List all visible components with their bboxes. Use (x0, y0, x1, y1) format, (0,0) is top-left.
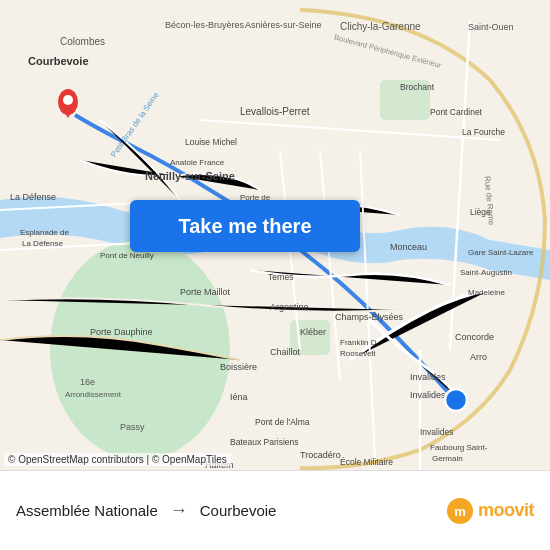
svg-text:Invalides: Invalides (410, 372, 446, 382)
map-container: Colombes Bécon-les-Bruyères Asnières-sur… (0, 0, 550, 470)
svg-text:Invalides: Invalides (420, 427, 454, 437)
svg-text:Neuilly-sur-Seine: Neuilly-sur-Seine (145, 170, 235, 182)
svg-text:m: m (454, 504, 466, 519)
svg-text:École Militaire: École Militaire (340, 457, 393, 467)
svg-text:Saint-Augustin: Saint-Augustin (460, 268, 512, 277)
svg-text:Levallois-Perret: Levallois-Perret (240, 106, 310, 117)
svg-point-64 (445, 389, 467, 411)
svg-text:La Défense: La Défense (10, 192, 56, 202)
svg-text:Pont Cardinet: Pont Cardinet (430, 107, 483, 117)
svg-text:Ternes: Ternes (268, 272, 294, 282)
origin-label: Assemblée Nationale (16, 502, 158, 519)
svg-text:16e: 16e (80, 377, 95, 387)
svg-text:Champs-Élysées: Champs-Élysées (335, 312, 404, 322)
svg-text:Germain: Germain (432, 454, 463, 463)
svg-text:Porte Dauphine: Porte Dauphine (90, 327, 153, 337)
moovit-logo: m moovit (446, 497, 534, 525)
svg-point-67 (63, 95, 73, 105)
svg-text:Saint-Ouen: Saint-Ouen (468, 22, 514, 32)
svg-text:Franklin D.: Franklin D. (340, 338, 379, 347)
svg-text:Bateaux Parisiens: Bateaux Parisiens (230, 437, 299, 447)
direction-arrow-icon: → (170, 500, 188, 521)
svg-text:Clichy-la-Garenne: Clichy-la-Garenne (340, 21, 421, 32)
destination-label: Courbevoie (200, 502, 277, 519)
svg-text:La Défense: La Défense (22, 239, 63, 248)
svg-text:Anatole France: Anatole France (170, 158, 225, 167)
svg-text:Monceau: Monceau (390, 242, 427, 252)
svg-text:Pont de l'Alma: Pont de l'Alma (255, 417, 310, 427)
svg-text:Pont de Neuilly: Pont de Neuilly (100, 251, 154, 260)
footer: Assemblée Nationale → Courbevoie m moovi… (0, 470, 550, 550)
svg-text:Invalides: Invalides (410, 390, 446, 400)
map-attribution: © OpenStreetMap contributors | © OpenMap… (4, 453, 231, 466)
svg-text:Argentine: Argentine (270, 302, 309, 312)
svg-text:Iéna: Iéna (230, 392, 248, 402)
svg-text:Asnières-sur-Seine: Asnières-sur-Seine (245, 20, 322, 30)
svg-text:Madeleine: Madeleine (468, 288, 505, 297)
svg-text:Concorde: Concorde (455, 332, 494, 342)
svg-text:Esplanade de: Esplanade de (20, 228, 69, 237)
svg-text:Brochant: Brochant (400, 82, 435, 92)
moovit-brand-text: moovit (478, 500, 534, 521)
moovit-logo-icon: m (446, 497, 474, 525)
svg-text:Arro: Arro (470, 352, 487, 362)
svg-text:Louise Michel: Louise Michel (185, 137, 237, 147)
svg-text:Colombes: Colombes (60, 36, 105, 47)
svg-text:Arrondissement: Arrondissement (65, 390, 122, 399)
svg-text:Faubourg Saint-: Faubourg Saint- (430, 443, 488, 452)
svg-text:Courbevoie: Courbevoie (28, 55, 89, 67)
svg-text:Kléber: Kléber (300, 327, 326, 337)
svg-text:Passy: Passy (120, 422, 145, 432)
svg-text:Porte Maillot: Porte Maillot (180, 287, 231, 297)
svg-text:Boissière: Boissière (220, 362, 257, 372)
take-me-there-button[interactable]: Take me there (130, 200, 360, 252)
svg-text:La Fourche: La Fourche (462, 127, 505, 137)
svg-text:Chaillot: Chaillot (270, 347, 301, 357)
svg-text:Bécon-les-Bruyères: Bécon-les-Bruyères (165, 20, 245, 30)
svg-text:Gare Saint-Lazare: Gare Saint-Lazare (468, 248, 534, 257)
svg-text:Trocadéro: Trocadéro (300, 450, 341, 460)
svg-text:Roosevelt: Roosevelt (340, 349, 376, 358)
